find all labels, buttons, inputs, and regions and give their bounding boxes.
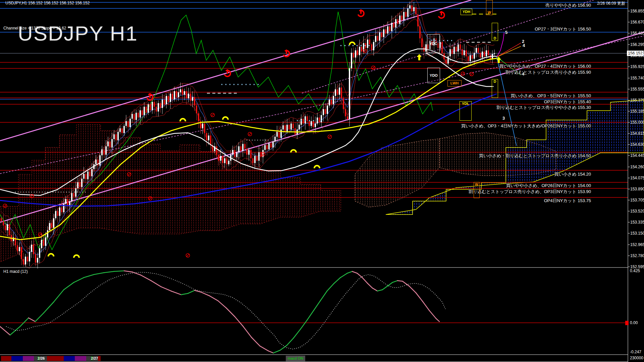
timeline-session-segment xyxy=(23,356,34,361)
price-axis-label: 153.520 xyxy=(630,209,644,214)
timeline-session-segment xyxy=(75,356,86,361)
level-label-text: YDO xyxy=(430,73,438,78)
timeline-session-segment xyxy=(98,356,101,361)
price-axis-label: 155.555 xyxy=(630,87,644,92)
macd-axis-label: 230000 xyxy=(630,356,643,360)
level-label-box: D xyxy=(492,79,498,98)
price-axis-label: 155.925 xyxy=(630,64,644,69)
macd-indicator-label: H1 macd (12) xyxy=(3,269,28,274)
op-annotation: 割り込むとストップロス売り小さめ、OP3日NYカット 153.90 xyxy=(469,189,591,195)
fan-line-label: 5 xyxy=(505,30,507,35)
op-annotation: 割り込むとストップロス売り小さめ 155.90 xyxy=(505,69,591,75)
level-label-text: W xyxy=(475,182,478,187)
level-label-text: YDL xyxy=(462,102,469,106)
price-axis-label: 152.965 xyxy=(630,242,644,247)
price-axis-label: 155.185 xyxy=(630,109,644,114)
price-axis-label: 156.670 xyxy=(630,20,644,24)
timeline-date-label[interactable]: 2/26 xyxy=(38,356,45,360)
level-label-text: D xyxy=(494,36,496,41)
level-label-box: YDO xyxy=(427,68,440,83)
op-annotation: 買いやや小さめ、OP27・4日NYカット 156.00 xyxy=(499,63,591,69)
op-annotation: 買いやや小さめ、OP26日NYカット 154.00 xyxy=(506,183,591,189)
op-annotation: 買い小さめ、OP3・5日NYカット 155.50 xyxy=(511,93,591,99)
fan-line-label: 3 xyxy=(502,116,505,121)
op-annotation: 買い小さめ・割り込むとストップロス売り小さめ 154.50 xyxy=(479,153,591,159)
level-label-box: W xyxy=(474,182,480,198)
fan-line-label: 4 xyxy=(522,71,524,76)
level-label-box: D xyxy=(492,23,498,41)
price-axis-label: 154.260 xyxy=(630,165,644,169)
level-label-box: LWH xyxy=(447,80,462,86)
level-label-box: YDH xyxy=(461,9,472,15)
price-axis-label: 153.705 xyxy=(630,198,644,202)
price-axis-label: 154.815 xyxy=(630,131,644,136)
op-annotation: 売りやや小さめ 156.90 xyxy=(545,2,591,8)
level-label-text: W xyxy=(488,10,491,15)
timeline-session-segment xyxy=(47,356,64,361)
macd-plot xyxy=(0,271,628,353)
macd-axis-label: -0.247 xyxy=(630,350,641,354)
chart-canvas[interactable] xyxy=(0,0,644,362)
price-axis-label: 153.890 xyxy=(630,187,644,191)
level-label-text: YDC xyxy=(429,42,437,46)
op-annotation: 割り込むとストップロス売りやや小さめ 155.30 xyxy=(496,105,591,111)
macd-axis-label: 0.00 xyxy=(630,320,638,325)
level-label-box: YDL xyxy=(460,101,472,121)
level-label-text: D xyxy=(494,79,496,84)
macd-axis-label: 0.425 xyxy=(630,268,640,273)
op-annotation: OP3日NYカット 155.40 xyxy=(544,99,591,105)
timeline-date-label[interactable]: 2/27 xyxy=(91,356,98,360)
price-axis-label: 156.855 xyxy=(630,9,644,13)
price-axis-label: 156.110 xyxy=(630,53,644,58)
price-axis-label: 155.740 xyxy=(630,76,644,80)
timeline-date-rest: /27 xyxy=(93,356,98,360)
price-axis-label: 156.485 xyxy=(630,31,644,36)
level-label-box: W xyxy=(486,0,493,15)
last-update-timestamp: 2/26 06:09 更新 xyxy=(597,1,625,6)
price-axis-label: 152.780 xyxy=(630,253,644,258)
price-axis-label: 154.075 xyxy=(630,176,644,180)
trading-app-window: USDJPY H1 USDJPY,H1 156.152 156.152 156.… xyxy=(0,0,644,362)
macd-zero-marker xyxy=(625,321,629,325)
price-axis-label: 153.150 xyxy=(630,231,644,236)
op-annotation: 買い小さめ 154.20 xyxy=(554,171,591,177)
chart-watermark: USDJPY H1 xyxy=(18,21,138,45)
channel-info-label: Channel size = 1370 Slope = 13.62 xyxy=(3,26,66,31)
chart-title: USDJPY,H1 156.152 156.152 156.152 156.15… xyxy=(5,1,90,5)
price-axis-label: 155.370 xyxy=(630,98,644,103)
op-annotation: 買い小さめ、OP3・4日NYカット大きめ/OP26日NYカット 155.00 xyxy=(461,123,591,129)
level-label-text: YDH xyxy=(463,10,470,14)
level-label-text: LWH xyxy=(450,81,459,85)
fan-line-label: 4 xyxy=(523,43,525,48)
op-annotation: OP4日NYカット 153.75 xyxy=(544,198,591,204)
timeline-session-segment xyxy=(11,356,23,361)
timeline-date-rest: /26 xyxy=(40,356,45,360)
level-label-box: YDC xyxy=(427,34,440,53)
macd-toggle-button[interactable]: macd ON xyxy=(286,356,305,361)
op-annotation: OP27・3日NYカット 156.50 xyxy=(535,26,591,32)
price-axis-label: 154.630 xyxy=(630,142,644,147)
price-axis-label: 153.335 xyxy=(630,220,644,225)
price-axis-label: 155.000 xyxy=(630,120,644,125)
timeline-session-segment xyxy=(1,356,11,361)
price-axis-label: 156.295 xyxy=(630,42,644,47)
price-axis-label: 154.445 xyxy=(630,153,644,158)
timeline-session-segment xyxy=(64,356,75,361)
